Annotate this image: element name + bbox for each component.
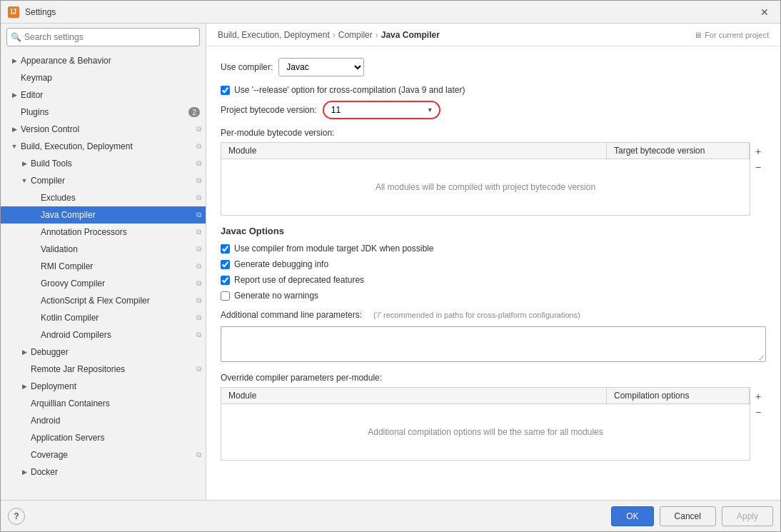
sidebar-item-label: Remote Jar Repositories xyxy=(31,364,125,374)
copy-icon: ⧉ xyxy=(196,194,201,202)
help-button[interactable]: ? xyxy=(8,508,25,525)
sidebar-item-label: Kotlin Compiler xyxy=(41,313,99,323)
sidebar-item-android-compilers[interactable]: Android Compilers ⧉ xyxy=(1,326,206,343)
main-content: 🔍 ▶ Appearance & Behavior Keymap ▶ Edito… xyxy=(1,24,780,500)
per-module-table-body: All modules will be compiled with projec… xyxy=(221,159,750,216)
search-input[interactable] xyxy=(6,28,200,46)
sidebar-item-rmi[interactable]: RMI Compiler ⧉ xyxy=(1,258,206,275)
spacer xyxy=(29,296,39,306)
bytecode-version-select[interactable]: 11 8 9 10 12 13 14 15 16 17 xyxy=(323,101,440,119)
close-button[interactable]: ✕ xyxy=(756,4,773,21)
generate-debug-label[interactable]: Generate debugging info xyxy=(234,259,328,269)
spacer xyxy=(19,398,29,408)
sidebar-item-actionscript[interactable]: ActionScript & Flex Compiler ⧉ xyxy=(1,292,206,309)
compiler-select[interactable]: Javac Eclipse Ajc xyxy=(278,58,364,76)
spacer xyxy=(29,278,39,288)
override-col-module: Module xyxy=(221,388,607,403)
deprecated-label[interactable]: Report use of deprecated features xyxy=(234,275,364,285)
add-module-button[interactable]: + xyxy=(750,144,766,159)
cancel-button[interactable]: Cancel xyxy=(660,506,716,526)
sidebar-item-label: Plugins xyxy=(21,107,49,117)
chevron-right-icon: ▶ xyxy=(19,467,29,477)
plugins-badge: 2 xyxy=(188,107,200,117)
use-module-target-label[interactable]: Use compiler from module target JDK when… xyxy=(234,244,433,254)
copy-icon: ⧉ xyxy=(196,142,201,151)
sidebar-item-docker[interactable]: ▶ Docker xyxy=(1,463,206,481)
sidebar-item-app-servers[interactable]: Application Servers xyxy=(1,429,206,446)
expand-icon[interactable]: ⤢ xyxy=(758,354,764,362)
remove-module-button[interactable]: − xyxy=(750,159,766,175)
cross-compile-checkbox[interactable] xyxy=(221,86,230,95)
settings-window: IJ Settings ✕ 🔍 ▶ Appearance & Behavior … xyxy=(0,0,781,532)
apply-button[interactable]: Apply xyxy=(722,506,773,526)
sidebar-item-label: Application Servers xyxy=(31,433,104,443)
sidebar-item-editor[interactable]: ▶ Editor xyxy=(1,86,206,104)
sidebar-item-annotation[interactable]: Annotation Processors ⧉ xyxy=(1,224,206,241)
cmd-params-input[interactable] xyxy=(221,326,766,362)
remove-override-button[interactable]: − xyxy=(750,404,766,420)
monitor-icon: 🖥 xyxy=(694,31,702,39)
spacer xyxy=(19,364,29,374)
sidebar-item-label: Docker xyxy=(31,467,58,477)
sidebar-item-build-tools[interactable]: ▶ Build Tools ⧉ xyxy=(1,155,206,172)
col-target-version: Target bytecode version xyxy=(607,143,750,159)
panel-content: Use compiler: Javac Eclipse Ajc Use '--r… xyxy=(206,46,780,500)
sidebar-item-label: RMI Compiler xyxy=(41,261,93,271)
sidebar-item-keymap[interactable]: Keymap xyxy=(1,69,206,86)
ok-button[interactable]: OK xyxy=(611,506,653,526)
breadcrumb: Build, Execution, Deployment › Compiler … xyxy=(218,30,440,40)
no-warnings-row: Generate no warnings xyxy=(221,291,766,301)
sidebar-item-java-compiler[interactable]: Java Compiler ⧉ xyxy=(1,206,206,224)
per-module-empty-text: All modules will be compiled with projec… xyxy=(221,159,750,215)
cmd-params-section: Additional command line parameters: ('/'… xyxy=(221,306,766,364)
use-compiler-row: Use compiler: Javac Eclipse Ajc xyxy=(221,58,766,76)
sidebar-item-label: Annotation Processors xyxy=(41,227,127,237)
sidebar-item-android[interactable]: Android xyxy=(1,412,206,429)
sidebar-item-deployment[interactable]: ▶ Deployment xyxy=(1,378,206,395)
sidebar-item-label: Editor xyxy=(21,90,43,100)
use-compiler-label: Use compiler: xyxy=(221,62,273,72)
use-module-target-checkbox[interactable] xyxy=(221,244,230,254)
deprecated-checkbox[interactable] xyxy=(221,276,230,285)
sidebar-item-validation[interactable]: Validation ⧉ xyxy=(1,241,206,258)
bytecode-version-combo[interactable]: 11 8 9 10 12 13 14 15 16 17 xyxy=(323,101,440,119)
sidebar-item-label: Debugger xyxy=(31,347,69,357)
sidebar-item-excludes[interactable]: Excludes ⧉ xyxy=(1,189,206,206)
cmd-params-header: Additional command line parameters: ('/'… xyxy=(221,306,766,323)
sidebar-item-compiler[interactable]: ▼ Compiler ⧉ xyxy=(1,172,206,189)
add-override-button[interactable]: + xyxy=(750,388,766,404)
sidebar-item-label: Groovy Compiler xyxy=(41,278,105,288)
sidebar-item-appearance[interactable]: ▶ Appearance & Behavior xyxy=(1,52,206,69)
for-current-project: 🖥 For current project xyxy=(694,31,769,39)
override-col-options: Compilation options xyxy=(607,388,750,403)
no-warnings-checkbox[interactable] xyxy=(221,291,230,301)
search-box[interactable]: 🔍 xyxy=(6,28,200,46)
spacer xyxy=(29,261,39,271)
spacer xyxy=(9,107,19,117)
breadcrumb-part-3: Java Compiler xyxy=(381,30,440,40)
breadcrumb-part-1: Build, Execution, Deployment xyxy=(218,30,330,40)
cross-compile-label[interactable]: Use '--release' option for cross-compila… xyxy=(234,85,465,95)
generate-debug-checkbox[interactable] xyxy=(221,260,230,269)
sidebar-item-plugins[interactable]: Plugins 2 xyxy=(1,104,206,121)
chevron-right-icon: ▶ xyxy=(9,124,19,134)
cross-compile-row: Use '--release' option for cross-compila… xyxy=(221,85,766,95)
breadcrumb-bar: Build, Execution, Deployment › Compiler … xyxy=(206,24,780,46)
sidebar-item-remote-jar[interactable]: Remote Jar Repositories ⧉ xyxy=(1,361,206,378)
spacer xyxy=(19,433,29,443)
breadcrumb-part-2: Compiler xyxy=(338,30,373,40)
sidebar-item-kotlin[interactable]: Kotlin Compiler ⧉ xyxy=(1,309,206,326)
sidebar-item-coverage[interactable]: Coverage ⧉ xyxy=(1,446,206,463)
sidebar-item-label: Android Compilers xyxy=(41,330,111,340)
copy-icon: ⧉ xyxy=(196,176,201,185)
spacer xyxy=(29,210,39,220)
sidebar-item-groovy[interactable]: Groovy Compiler ⧉ xyxy=(1,275,206,292)
no-warnings-label[interactable]: Generate no warnings xyxy=(234,291,318,301)
sidebar-item-build-execution[interactable]: ▼ Build, Execution, Deployment ⧉ xyxy=(1,138,206,155)
override-table-section: Module Compilation options Additional co… xyxy=(221,387,766,461)
sidebar-item-debugger[interactable]: ▶ Debugger xyxy=(1,343,206,361)
chevron-right-icon: ▶ xyxy=(9,90,19,100)
sidebar-item-arquillian[interactable]: Arquillian Containers xyxy=(1,395,206,412)
sidebar-item-version-control[interactable]: ▶ Version Control ⧉ xyxy=(1,121,206,138)
sidebar-item-label: Version Control xyxy=(21,124,79,134)
